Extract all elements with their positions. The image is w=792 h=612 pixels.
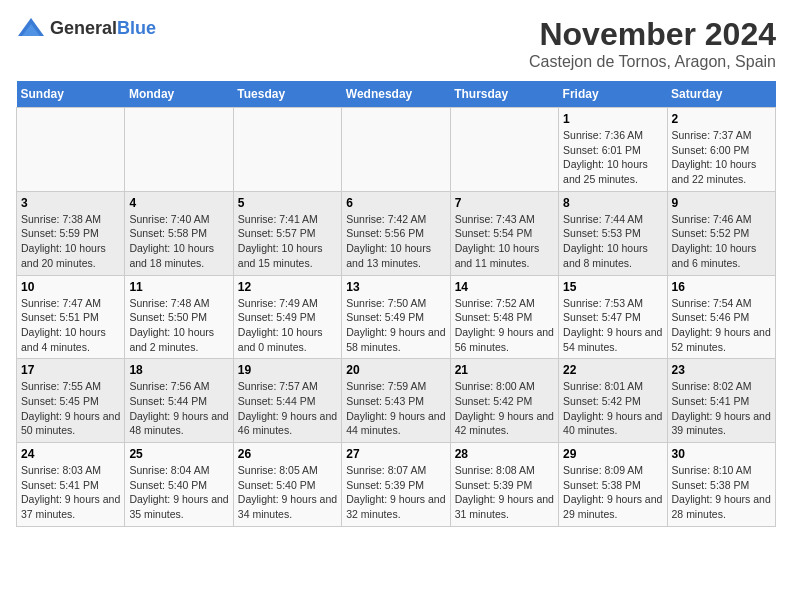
day-number: 13: [346, 280, 445, 294]
calendar-cell: 5Sunrise: 7:41 AMSunset: 5:57 PMDaylight…: [233, 191, 341, 275]
day-number: 26: [238, 447, 337, 461]
calendar-cell: 14Sunrise: 7:52 AMSunset: 5:48 PMDayligh…: [450, 275, 558, 359]
day-info: Sunrise: 7:37 AMSunset: 6:00 PMDaylight:…: [672, 128, 771, 187]
calendar-cell: [342, 108, 450, 192]
calendar-cell: [125, 108, 233, 192]
calendar-cell: 3Sunrise: 7:38 AMSunset: 5:59 PMDaylight…: [17, 191, 125, 275]
calendar-cell: 26Sunrise: 8:05 AMSunset: 5:40 PMDayligh…: [233, 443, 341, 527]
calendar-cell: 1Sunrise: 7:36 AMSunset: 6:01 PMDaylight…: [559, 108, 667, 192]
day-number: 12: [238, 280, 337, 294]
day-info: Sunrise: 7:50 AMSunset: 5:49 PMDaylight:…: [346, 296, 445, 355]
calendar-cell: 12Sunrise: 7:49 AMSunset: 5:49 PMDayligh…: [233, 275, 341, 359]
weekday-header-friday: Friday: [559, 81, 667, 108]
day-info: Sunrise: 7:47 AMSunset: 5:51 PMDaylight:…: [21, 296, 120, 355]
calendar-cell: 16Sunrise: 7:54 AMSunset: 5:46 PMDayligh…: [667, 275, 775, 359]
calendar-cell: 2Sunrise: 7:37 AMSunset: 6:00 PMDaylight…: [667, 108, 775, 192]
title-area: November 2024 Castejon de Tornos, Aragon…: [529, 16, 776, 71]
day-info: Sunrise: 8:02 AMSunset: 5:41 PMDaylight:…: [672, 379, 771, 438]
day-info: Sunrise: 8:09 AMSunset: 5:38 PMDaylight:…: [563, 463, 662, 522]
day-info: Sunrise: 8:08 AMSunset: 5:39 PMDaylight:…: [455, 463, 554, 522]
calendar-cell: 24Sunrise: 8:03 AMSunset: 5:41 PMDayligh…: [17, 443, 125, 527]
day-number: 14: [455, 280, 554, 294]
week-row-3: 10Sunrise: 7:47 AMSunset: 5:51 PMDayligh…: [17, 275, 776, 359]
calendar-cell: 19Sunrise: 7:57 AMSunset: 5:44 PMDayligh…: [233, 359, 341, 443]
weekday-header-monday: Monday: [125, 81, 233, 108]
logo-blue: Blue: [117, 18, 156, 38]
calendar-cell: 15Sunrise: 7:53 AMSunset: 5:47 PMDayligh…: [559, 275, 667, 359]
day-number: 27: [346, 447, 445, 461]
day-info: Sunrise: 8:03 AMSunset: 5:41 PMDaylight:…: [21, 463, 120, 522]
day-info: Sunrise: 7:42 AMSunset: 5:56 PMDaylight:…: [346, 212, 445, 271]
calendar-cell: 29Sunrise: 8:09 AMSunset: 5:38 PMDayligh…: [559, 443, 667, 527]
calendar-cell: 22Sunrise: 8:01 AMSunset: 5:42 PMDayligh…: [559, 359, 667, 443]
calendar-cell: 28Sunrise: 8:08 AMSunset: 5:39 PMDayligh…: [450, 443, 558, 527]
day-info: Sunrise: 7:54 AMSunset: 5:46 PMDaylight:…: [672, 296, 771, 355]
calendar-cell: 6Sunrise: 7:42 AMSunset: 5:56 PMDaylight…: [342, 191, 450, 275]
day-info: Sunrise: 7:44 AMSunset: 5:53 PMDaylight:…: [563, 212, 662, 271]
calendar-cell: 8Sunrise: 7:44 AMSunset: 5:53 PMDaylight…: [559, 191, 667, 275]
weekday-header-saturday: Saturday: [667, 81, 775, 108]
day-number: 4: [129, 196, 228, 210]
day-number: 6: [346, 196, 445, 210]
calendar-cell: 11Sunrise: 7:48 AMSunset: 5:50 PMDayligh…: [125, 275, 233, 359]
day-number: 21: [455, 363, 554, 377]
day-number: 24: [21, 447, 120, 461]
header: GeneralBlue November 2024 Castejon de To…: [16, 16, 776, 71]
day-info: Sunrise: 8:05 AMSunset: 5:40 PMDaylight:…: [238, 463, 337, 522]
day-info: Sunrise: 7:43 AMSunset: 5:54 PMDaylight:…: [455, 212, 554, 271]
week-row-4: 17Sunrise: 7:55 AMSunset: 5:45 PMDayligh…: [17, 359, 776, 443]
day-number: 3: [21, 196, 120, 210]
calendar-cell: 10Sunrise: 7:47 AMSunset: 5:51 PMDayligh…: [17, 275, 125, 359]
calendar-cell: 30Sunrise: 8:10 AMSunset: 5:38 PMDayligh…: [667, 443, 775, 527]
day-info: Sunrise: 7:48 AMSunset: 5:50 PMDaylight:…: [129, 296, 228, 355]
calendar-cell: [233, 108, 341, 192]
day-info: Sunrise: 7:49 AMSunset: 5:49 PMDaylight:…: [238, 296, 337, 355]
day-number: 7: [455, 196, 554, 210]
day-info: Sunrise: 8:01 AMSunset: 5:42 PMDaylight:…: [563, 379, 662, 438]
calendar-cell: 7Sunrise: 7:43 AMSunset: 5:54 PMDaylight…: [450, 191, 558, 275]
week-row-1: 1Sunrise: 7:36 AMSunset: 6:01 PMDaylight…: [17, 108, 776, 192]
logo-icon: [16, 16, 46, 40]
day-number: 23: [672, 363, 771, 377]
calendar-cell: 13Sunrise: 7:50 AMSunset: 5:49 PMDayligh…: [342, 275, 450, 359]
week-row-5: 24Sunrise: 8:03 AMSunset: 5:41 PMDayligh…: [17, 443, 776, 527]
day-number: 30: [672, 447, 771, 461]
calendar-table: SundayMondayTuesdayWednesdayThursdayFrid…: [16, 81, 776, 527]
logo: GeneralBlue: [16, 16, 156, 40]
logo-general: General: [50, 18, 117, 38]
calendar-cell: 9Sunrise: 7:46 AMSunset: 5:52 PMDaylight…: [667, 191, 775, 275]
location-subtitle: Castejon de Tornos, Aragon, Spain: [529, 53, 776, 71]
day-info: Sunrise: 7:38 AMSunset: 5:59 PMDaylight:…: [21, 212, 120, 271]
day-number: 5: [238, 196, 337, 210]
calendar-cell: [17, 108, 125, 192]
day-number: 19: [238, 363, 337, 377]
day-info: Sunrise: 7:40 AMSunset: 5:58 PMDaylight:…: [129, 212, 228, 271]
day-info: Sunrise: 7:56 AMSunset: 5:44 PMDaylight:…: [129, 379, 228, 438]
calendar-cell: 18Sunrise: 7:56 AMSunset: 5:44 PMDayligh…: [125, 359, 233, 443]
day-info: Sunrise: 7:53 AMSunset: 5:47 PMDaylight:…: [563, 296, 662, 355]
weekday-header-wednesday: Wednesday: [342, 81, 450, 108]
calendar-cell: 21Sunrise: 8:00 AMSunset: 5:42 PMDayligh…: [450, 359, 558, 443]
day-number: 22: [563, 363, 662, 377]
day-info: Sunrise: 7:36 AMSunset: 6:01 PMDaylight:…: [563, 128, 662, 187]
calendar-cell: 27Sunrise: 8:07 AMSunset: 5:39 PMDayligh…: [342, 443, 450, 527]
day-number: 17: [21, 363, 120, 377]
calendar-cell: 17Sunrise: 7:55 AMSunset: 5:45 PMDayligh…: [17, 359, 125, 443]
day-number: 8: [563, 196, 662, 210]
day-info: Sunrise: 7:46 AMSunset: 5:52 PMDaylight:…: [672, 212, 771, 271]
day-info: Sunrise: 8:00 AMSunset: 5:42 PMDaylight:…: [455, 379, 554, 438]
day-info: Sunrise: 8:07 AMSunset: 5:39 PMDaylight:…: [346, 463, 445, 522]
day-number: 2: [672, 112, 771, 126]
day-info: Sunrise: 8:04 AMSunset: 5:40 PMDaylight:…: [129, 463, 228, 522]
day-number: 15: [563, 280, 662, 294]
weekday-header-thursday: Thursday: [450, 81, 558, 108]
weekday-header-row: SundayMondayTuesdayWednesdayThursdayFrid…: [17, 81, 776, 108]
day-number: 16: [672, 280, 771, 294]
day-number: 25: [129, 447, 228, 461]
day-info: Sunrise: 7:41 AMSunset: 5:57 PMDaylight:…: [238, 212, 337, 271]
day-info: Sunrise: 7:59 AMSunset: 5:43 PMDaylight:…: [346, 379, 445, 438]
day-info: Sunrise: 7:57 AMSunset: 5:44 PMDaylight:…: [238, 379, 337, 438]
month-title: November 2024: [529, 16, 776, 53]
day-number: 28: [455, 447, 554, 461]
week-row-2: 3Sunrise: 7:38 AMSunset: 5:59 PMDaylight…: [17, 191, 776, 275]
